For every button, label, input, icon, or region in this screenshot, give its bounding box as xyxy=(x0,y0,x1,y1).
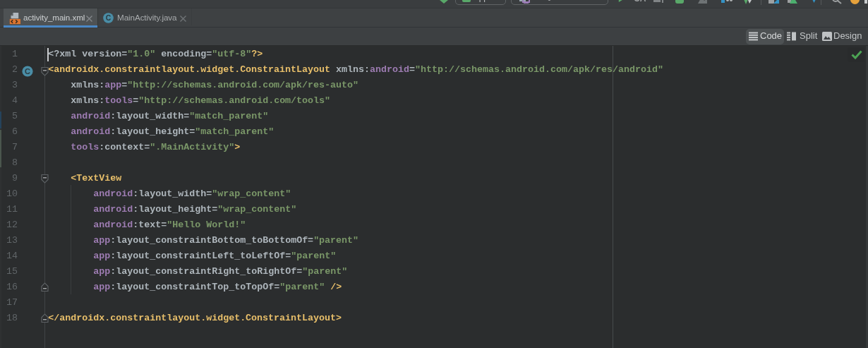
svg-text:C: C xyxy=(25,67,30,76)
svg-text:C: C xyxy=(106,13,111,22)
